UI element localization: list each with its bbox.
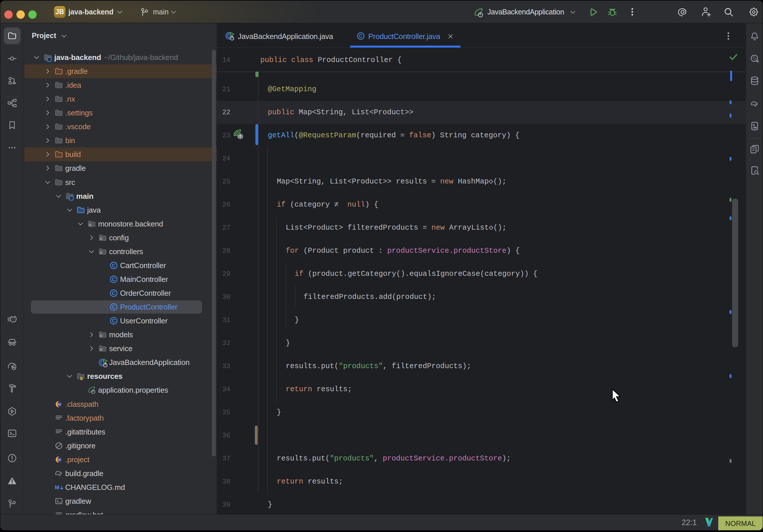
svg-text:C: C [112, 277, 115, 282]
svg-text:C: C [112, 304, 115, 310]
svg-text:C: C [112, 263, 115, 268]
svg-text:C: C [359, 34, 363, 39]
svg-text:C: C [112, 290, 115, 296]
svg-text:C: C [112, 318, 115, 324]
svg-text:M: M [55, 484, 59, 490]
